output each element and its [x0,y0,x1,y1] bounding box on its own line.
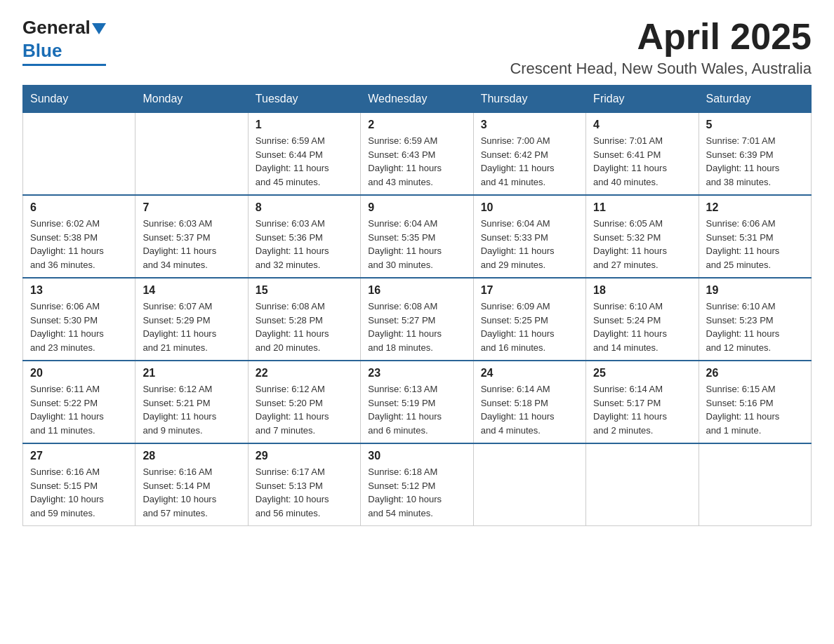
calendar-day-cell: 22Sunrise: 6:12 AM Sunset: 5:20 PM Dayli… [248,361,360,443]
day-info: Sunrise: 6:08 AM Sunset: 5:27 PM Dayligh… [368,300,465,354]
logo-triangle-icon [92,23,106,34]
calendar-day-cell: 23Sunrise: 6:13 AM Sunset: 5:19 PM Dayli… [361,361,473,443]
day-of-week-header: Thursday [473,86,585,113]
calendar-week-row: 6Sunrise: 6:02 AM Sunset: 5:38 PM Daylig… [23,195,812,278]
day-info: Sunrise: 6:09 AM Sunset: 5:25 PM Dayligh… [481,300,578,354]
day-info: Sunrise: 7:01 AM Sunset: 6:39 PM Dayligh… [706,134,804,189]
day-number: 7 [143,201,240,214]
day-info: Sunrise: 6:04 AM Sunset: 5:35 PM Dayligh… [368,217,465,271]
day-info: Sunrise: 6:14 AM Sunset: 5:18 PM Dayligh… [481,382,578,437]
day-of-week-header: Wednesday [361,86,473,113]
day-info: Sunrise: 6:13 AM Sunset: 5:19 PM Dayligh… [368,382,465,437]
day-number: 1 [256,119,353,131]
calendar-week-row: 20Sunrise: 6:11 AM Sunset: 5:22 PM Dayli… [23,361,812,443]
calendar-day-cell: 25Sunrise: 6:14 AM Sunset: 5:17 PM Dayli… [586,361,699,443]
page-header: General Blue April 2025 Crescent Head, N… [22,17,812,78]
calendar-day-cell: 2Sunrise: 6:59 AM Sunset: 6:43 PM Daylig… [361,113,473,196]
calendar-day-cell: 27Sunrise: 6:16 AM Sunset: 5:15 PM Dayli… [23,443,135,526]
day-info: Sunrise: 6:12 AM Sunset: 5:21 PM Dayligh… [143,382,240,437]
day-number: 16 [368,284,465,297]
day-info: Sunrise: 6:16 AM Sunset: 5:14 PM Dayligh… [143,465,240,520]
calendar-day-cell: 14Sunrise: 6:07 AM Sunset: 5:29 PM Dayli… [135,278,248,361]
day-info: Sunrise: 7:01 AM Sunset: 6:41 PM Dayligh… [593,134,691,189]
day-number: 28 [143,450,240,462]
calendar-day-cell: 7Sunrise: 6:03 AM Sunset: 5:37 PM Daylig… [135,195,248,278]
calendar-day-cell: 1Sunrise: 6:59 AM Sunset: 6:44 PM Daylig… [248,113,360,196]
day-info: Sunrise: 6:10 AM Sunset: 5:23 PM Dayligh… [706,300,804,354]
day-number: 23 [368,367,465,380]
calendar-day-cell: 8Sunrise: 6:03 AM Sunset: 5:36 PM Daylig… [248,195,360,278]
month-title: April 2025 [510,17,812,57]
day-number: 18 [593,284,691,297]
calendar-day-cell: 13Sunrise: 6:06 AM Sunset: 5:30 PM Dayli… [23,278,135,361]
calendar-day-cell: 12Sunrise: 6:06 AM Sunset: 5:31 PM Dayli… [699,195,811,278]
calendar-day-cell: 3Sunrise: 7:00 AM Sunset: 6:42 PM Daylig… [473,113,585,196]
calendar-week-row: 13Sunrise: 6:06 AM Sunset: 5:30 PM Dayli… [23,278,812,361]
day-number: 4 [593,119,691,131]
logo-blue-text: Blue [22,40,62,62]
day-number: 25 [593,367,691,380]
calendar-day-cell: 9Sunrise: 6:04 AM Sunset: 5:35 PM Daylig… [361,195,473,278]
calendar-week-row: 1Sunrise: 6:59 AM Sunset: 6:44 PM Daylig… [23,113,812,196]
day-number: 29 [256,450,353,462]
calendar-day-cell: 6Sunrise: 6:02 AM Sunset: 5:38 PM Daylig… [23,195,135,278]
day-number: 19 [706,284,804,297]
day-info: Sunrise: 6:03 AM Sunset: 5:37 PM Dayligh… [143,217,240,271]
calendar-day-cell: 18Sunrise: 6:10 AM Sunset: 5:24 PM Dayli… [586,278,699,361]
day-info: Sunrise: 6:07 AM Sunset: 5:29 PM Dayligh… [143,300,240,354]
calendar-day-cell [586,443,699,526]
calendar-day-cell: 10Sunrise: 6:04 AM Sunset: 5:33 PM Dayli… [473,195,585,278]
calendar-day-cell: 24Sunrise: 6:14 AM Sunset: 5:18 PM Dayli… [473,361,585,443]
day-number: 6 [30,201,128,214]
day-info: Sunrise: 6:05 AM Sunset: 5:32 PM Dayligh… [593,217,691,271]
day-number: 9 [368,201,465,214]
day-number: 15 [256,284,353,297]
day-info: Sunrise: 6:03 AM Sunset: 5:36 PM Dayligh… [256,217,353,271]
day-number: 21 [143,367,240,380]
day-info: Sunrise: 6:06 AM Sunset: 5:30 PM Dayligh… [30,300,128,354]
logo-underline [22,64,106,66]
day-of-week-header: Friday [586,86,699,113]
day-of-week-header: Tuesday [248,86,360,113]
day-info: Sunrise: 6:59 AM Sunset: 6:43 PM Dayligh… [368,134,465,189]
calendar-day-cell [23,113,135,196]
day-info: Sunrise: 6:16 AM Sunset: 5:15 PM Dayligh… [30,465,128,520]
calendar-day-cell: 15Sunrise: 6:08 AM Sunset: 5:28 PM Dayli… [248,278,360,361]
day-number: 30 [368,450,465,462]
day-info: Sunrise: 6:17 AM Sunset: 5:13 PM Dayligh… [256,465,353,520]
calendar-day-cell: 28Sunrise: 6:16 AM Sunset: 5:14 PM Dayli… [135,443,248,526]
day-number: 24 [481,367,578,380]
calendar-day-cell: 11Sunrise: 6:05 AM Sunset: 5:32 PM Dayli… [586,195,699,278]
calendar-day-cell: 30Sunrise: 6:18 AM Sunset: 5:12 PM Dayli… [361,443,473,526]
calendar-day-cell: 29Sunrise: 6:17 AM Sunset: 5:13 PM Dayli… [248,443,360,526]
calendar-day-cell: 17Sunrise: 6:09 AM Sunset: 5:25 PM Dayli… [473,278,585,361]
day-info: Sunrise: 6:06 AM Sunset: 5:31 PM Dayligh… [706,217,804,271]
calendar-table: SundayMondayTuesdayWednesdayThursdayFrid… [22,85,812,526]
calendar-day-cell: 21Sunrise: 6:12 AM Sunset: 5:21 PM Dayli… [135,361,248,443]
calendar-day-cell: 19Sunrise: 6:10 AM Sunset: 5:23 PM Dayli… [699,278,811,361]
day-number: 17 [481,284,578,297]
title-area: April 2025 Crescent Head, New South Wale… [510,17,812,78]
day-info: Sunrise: 6:08 AM Sunset: 5:28 PM Dayligh… [256,300,353,354]
day-of-week-header: Sunday [23,86,135,113]
day-info: Sunrise: 6:04 AM Sunset: 5:33 PM Dayligh… [481,217,578,271]
day-number: 22 [256,367,353,380]
calendar-day-cell: 26Sunrise: 6:15 AM Sunset: 5:16 PM Dayli… [699,361,811,443]
day-number: 11 [593,201,691,214]
day-info: Sunrise: 6:12 AM Sunset: 5:20 PM Dayligh… [256,382,353,437]
day-info: Sunrise: 6:11 AM Sunset: 5:22 PM Dayligh… [30,382,128,437]
day-info: Sunrise: 6:59 AM Sunset: 6:44 PM Dayligh… [256,134,353,189]
day-number: 26 [706,367,804,380]
day-number: 12 [706,201,804,214]
header-row: SundayMondayTuesdayWednesdayThursdayFrid… [23,86,812,113]
day-number: 5 [706,119,804,131]
day-number: 8 [256,201,353,214]
day-of-week-header: Saturday [699,86,811,113]
calendar-day-cell: 16Sunrise: 6:08 AM Sunset: 5:27 PM Dayli… [361,278,473,361]
day-info: Sunrise: 6:18 AM Sunset: 5:12 PM Dayligh… [368,465,465,520]
calendar-day-cell [473,443,585,526]
day-info: Sunrise: 7:00 AM Sunset: 6:42 PM Dayligh… [481,134,578,189]
day-of-week-header: Monday [135,86,248,113]
calendar-day-cell: 20Sunrise: 6:11 AM Sunset: 5:22 PM Dayli… [23,361,135,443]
day-number: 14 [143,284,240,297]
